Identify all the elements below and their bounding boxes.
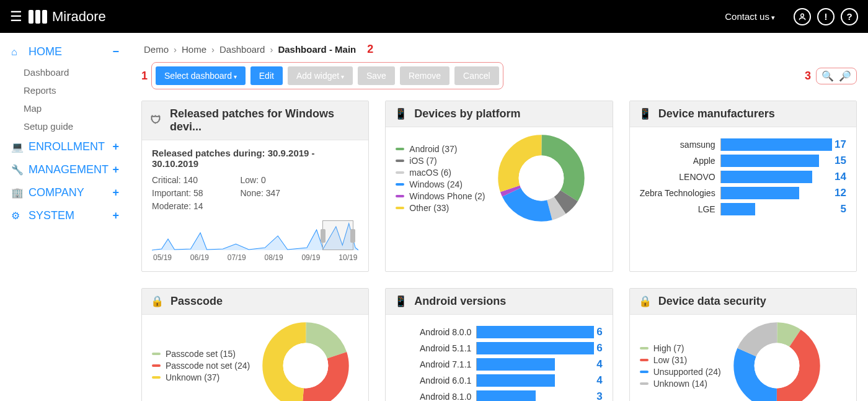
range-slider[interactable] xyxy=(322,220,353,250)
bar-fill xyxy=(721,155,819,167)
device-icon: 📱 xyxy=(394,107,408,120)
contact-us-dropdown[interactable]: Contact us xyxy=(725,11,775,22)
swatch-icon xyxy=(396,160,404,162)
sidebar-section-management[interactable]: 🔧 MANAGEMENT + xyxy=(5,158,125,181)
legend-item[interactable]: macOS (6) xyxy=(396,168,485,178)
breadcrumb-item[interactable]: Home xyxy=(182,44,206,55)
swatch-icon xyxy=(396,183,404,186)
stat-none: None: 347 xyxy=(241,187,281,200)
user-icon[interactable] xyxy=(794,8,811,25)
svg-point-0 xyxy=(801,14,804,17)
bar-fill xyxy=(721,138,832,151)
lock-icon: 🔒 xyxy=(151,295,164,308)
sidebar-item-setup-guide[interactable]: Setup guide xyxy=(5,117,125,135)
legend-item[interactable]: Passcode not set (24) xyxy=(152,361,250,371)
legend-item[interactable]: Unsupported (24) xyxy=(640,367,721,377)
chevron-right-icon: › xyxy=(174,44,177,55)
stat-moderate: Moderate: 14 xyxy=(152,200,203,213)
donut-platforms[interactable] xyxy=(498,135,585,222)
sidebar-item-map[interactable]: Map xyxy=(5,99,125,117)
legend-item[interactable]: Windows (24) xyxy=(396,179,485,189)
bar-fill xyxy=(477,358,555,371)
annotation-3: 3 xyxy=(805,70,811,83)
chevron-right-icon: › xyxy=(211,44,215,55)
widget-title: Released patches for Windows devi... xyxy=(170,107,360,133)
zoom-in-icon[interactable]: 🔎 xyxy=(838,70,852,82)
legend-label: Windows Phone (2) xyxy=(409,191,485,201)
bar-value: 4 xyxy=(596,358,602,371)
bar-label: samsung xyxy=(640,140,720,150)
bar-track xyxy=(720,203,838,215)
expand-icon[interactable]: + xyxy=(112,163,119,176)
breadcrumb-item[interactable]: Dashboard xyxy=(219,44,265,55)
legend-item[interactable]: High (7) xyxy=(640,343,721,353)
legend-item[interactable]: Other (33) xyxy=(396,203,485,213)
legend-label: iOS (7) xyxy=(409,156,436,166)
edit-button[interactable]: Edit xyxy=(250,66,283,85)
swatch-icon xyxy=(152,353,161,355)
zoom-out-icon[interactable]: 🔍 xyxy=(820,70,835,82)
legend-item[interactable]: Passcode set (15) xyxy=(152,349,250,359)
bar-fill xyxy=(721,187,800,199)
expand-icon[interactable]: + xyxy=(112,209,119,222)
bar-fill xyxy=(477,342,594,354)
legend-label: Unknown (37) xyxy=(166,372,219,382)
widget-passcode: 🔒 Passcode Passcode set (15)Passcode not… xyxy=(141,288,369,401)
brand-logo[interactable]: Miradore xyxy=(29,9,106,25)
bar-row[interactable]: Zebra Technologies12 xyxy=(640,187,846,199)
widget-title: Passcode xyxy=(170,295,223,308)
bar-row[interactable]: Android 5.1.16 xyxy=(396,342,602,354)
sidebar-section-company[interactable]: 🏢 COMPANY + xyxy=(5,181,125,204)
collapse-icon[interactable]: − xyxy=(112,45,119,58)
bar-row[interactable]: LENOVO14 xyxy=(640,171,846,183)
add-widget-button: Add widget xyxy=(288,66,353,85)
swatch-icon xyxy=(640,371,649,373)
bar-fill xyxy=(721,171,813,183)
legend-item[interactable]: Unknown (37) xyxy=(152,372,250,382)
help-icon[interactable]: ? xyxy=(841,8,858,25)
donut-passcode[interactable] xyxy=(262,322,349,401)
sidebar-item-reports[interactable]: Reports xyxy=(5,81,125,99)
bar-row[interactable]: LGE5 xyxy=(640,203,846,215)
bar-value: 5 xyxy=(841,203,846,215)
bar-row[interactable]: Android 8.1.03 xyxy=(396,390,602,401)
select-dashboard-button[interactable]: Select dashboard xyxy=(156,66,246,85)
swatch-icon xyxy=(396,148,404,150)
sidebar-section-enrollment[interactable]: 💻 ENROLLMENT + xyxy=(5,135,125,158)
swatch-icon xyxy=(152,376,161,379)
bar-row[interactable]: Apple15 xyxy=(640,155,846,167)
cancel-button: Cancel xyxy=(454,66,499,85)
bar-track xyxy=(720,187,832,199)
bar-row[interactable]: Android 7.1.14 xyxy=(396,358,602,371)
bar-fill xyxy=(721,203,756,215)
expand-icon[interactable]: + xyxy=(112,140,119,153)
legend-label: Other (33) xyxy=(409,203,449,213)
swatch-icon xyxy=(396,207,404,209)
axis-tick: 07/19 xyxy=(228,253,246,262)
widget-patches: 🛡 Released patches for Windows devi... R… xyxy=(141,101,369,272)
bar-track xyxy=(476,326,594,338)
legend-item[interactable]: Low (31) xyxy=(640,355,721,365)
bar-row[interactable]: samsung17 xyxy=(640,138,846,151)
widget-title: Devices by platform xyxy=(414,107,520,120)
sidebar-item-dashboard[interactable]: Dashboard xyxy=(5,63,125,81)
breadcrumb-item[interactable]: Demo xyxy=(144,44,169,55)
swatch-icon xyxy=(152,364,161,367)
sidebar-section-system[interactable]: ⚙ SYSTEM + xyxy=(5,204,125,227)
legend-item[interactable]: Unknown (14) xyxy=(640,379,721,389)
hamburger-icon[interactable]: ☰ xyxy=(10,9,22,25)
sidebar-label-enrollment: ENROLLMENT xyxy=(29,140,105,153)
patches-sparkline[interactable]: 05/19 06/19 07/19 08/19 09/19 10/19 xyxy=(152,220,358,264)
alert-icon[interactable]: ! xyxy=(817,8,835,25)
legend-item[interactable]: iOS (7) xyxy=(396,156,485,166)
sidebar-section-home[interactable]: ⌂ HOME − xyxy=(5,40,125,63)
donut-security[interactable] xyxy=(733,322,820,401)
bar-row[interactable]: Android 8.0.06 xyxy=(396,326,602,338)
legend-item[interactable]: Android (37) xyxy=(396,144,485,154)
wrench-icon: 🔧 xyxy=(11,164,24,176)
legend-label: Windows (24) xyxy=(409,179,463,189)
bar-row[interactable]: Android 6.0.14 xyxy=(396,374,602,387)
legend-item[interactable]: Windows Phone (2) xyxy=(396,191,485,201)
expand-icon[interactable]: + xyxy=(112,186,119,199)
lock-icon: 🔒 xyxy=(639,295,652,308)
